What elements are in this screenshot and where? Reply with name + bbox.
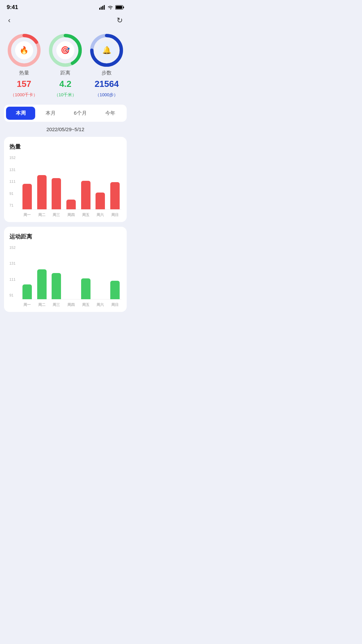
tab-bar: 本周本月6个月今年 [4,105,127,122]
stat-value-steps: 21564 [95,79,119,89]
bars-area-calories-chart [21,156,121,210]
chart-title-distance-chart: 运动距离 [9,233,121,240]
tab-month[interactable]: 本月 [36,107,65,120]
bar-col [50,246,63,299]
x-labels-distance-chart: 周一周二周三周四周五周六周日 [21,302,121,307]
x-label: 周五 [79,212,92,217]
stat-label-calories: 热量 [19,70,29,76]
y-axis-distance-chart: 15213111191 [9,246,15,297]
x-label: 周日 [109,302,121,307]
wifi-icon [107,5,113,10]
status-icons [99,5,124,10]
ring-calories: 🔥 [7,34,41,67]
ring-steps: 🔔 [90,34,123,67]
y-label: 152 [9,156,15,160]
x-label: 周四 [65,302,77,307]
svg-rect-1 [101,7,102,10]
ring-icon-steps: 🔔 [98,41,116,59]
bar-col [21,246,34,299]
x-label: 周六 [94,302,107,307]
bar-chart-calories-chart: 1521311119171周一周二周三周四周五周六周日 [9,156,121,217]
chart-title-calories-chart: 热量 [9,143,121,151]
bar-col [36,246,48,299]
y-label: 91 [9,192,15,196]
bar-col [94,156,107,209]
svg-rect-3 [104,5,105,10]
bar-col [109,246,121,299]
y-label: 152 [9,246,15,250]
stat-target-steps: （1000步） [95,92,118,98]
svg-rect-6 [116,6,122,9]
bar-col [79,156,92,209]
x-label: 周三 [50,302,63,307]
x-label: 周六 [94,212,107,217]
svg-rect-2 [102,6,103,10]
x-label: 周四 [65,212,77,217]
bars-area-distance-chart [21,246,121,300]
bar [110,182,120,209]
chart-card-distance-chart: 运动距离15213111191周一周二周三周四周五周六周日 [4,227,127,312]
x-label: 周一 [21,212,34,217]
date-range: 2022/05/29~5/12 [0,126,131,132]
ring-distance: 🎯 [49,34,82,67]
bar [110,281,120,299]
stat-label-steps: 步数 [102,70,112,76]
header: ‹ ↻ [0,13,131,30]
ring-icon-distance: 🎯 [56,41,74,59]
refresh-button[interactable]: ↻ [117,16,123,25]
bar-col [21,156,34,209]
bar [52,273,61,299]
bar-col [94,246,107,299]
x-labels-calories-chart: 周一周二周三周四周五周六周日 [21,212,121,217]
bar [81,181,90,209]
bar-col [79,246,92,299]
stats-row: 🔥 热量 157 （1000千卡） 🎯 距离 4.2 （10千米） 🔔 步数 2… [0,30,131,105]
bar [96,193,105,209]
stat-item-distance: 🎯 距离 4.2 （10千米） [49,34,82,98]
bar [22,184,32,209]
bar [22,284,32,299]
status-time: 9:41 [7,4,18,11]
bar-col [36,156,48,209]
ring-icon-calories: 🔥 [15,41,33,59]
bar [52,178,61,209]
battery-icon [115,5,124,10]
chart-card-calories-chart: 热量1521311119171周一周二周三周四周五周六周日 [4,137,127,222]
bar-col [109,156,121,209]
stat-target-distance: （10千米） [54,92,76,98]
y-label: 131 [9,168,15,172]
bar [37,175,47,209]
x-label: 周日 [109,212,121,217]
y-axis-calories-chart: 1521311119171 [9,156,15,207]
bar-col [50,156,63,209]
x-label: 周二 [36,212,48,217]
bar [66,200,76,209]
x-label: 周五 [79,302,92,307]
x-label: 周二 [36,302,48,307]
y-label: 71 [9,204,15,207]
bar-col [65,156,77,209]
x-label: 周一 [21,302,34,307]
y-label: 131 [9,262,15,265]
bar [81,278,90,299]
tab-year[interactable]: 今年 [96,107,125,120]
bar-chart-distance-chart: 15213111191周一周二周三周四周五周六周日 [9,246,121,307]
tab-sixmonth[interactable]: 6个月 [66,107,95,120]
y-label: 111 [9,278,15,281]
stat-target-calories: （1000千卡） [10,92,38,98]
svg-rect-0 [99,8,100,10]
svg-rect-5 [123,7,124,8]
y-label: 91 [9,293,15,297]
status-bar: 9:41 [0,0,131,13]
back-button[interactable]: ‹ [8,16,10,25]
signal-icon [99,5,105,10]
stat-item-steps: 🔔 步数 21564 （1000步） [90,34,123,98]
stat-value-calories: 157 [17,79,31,89]
bar-col [65,246,77,299]
tab-week[interactable]: 本周 [6,107,35,120]
y-label: 111 [9,180,15,183]
stat-value-distance: 4.2 [59,79,71,89]
bar [37,269,47,300]
x-label: 周三 [50,212,63,217]
stat-item-calories: 🔥 热量 157 （1000千卡） [7,34,41,98]
